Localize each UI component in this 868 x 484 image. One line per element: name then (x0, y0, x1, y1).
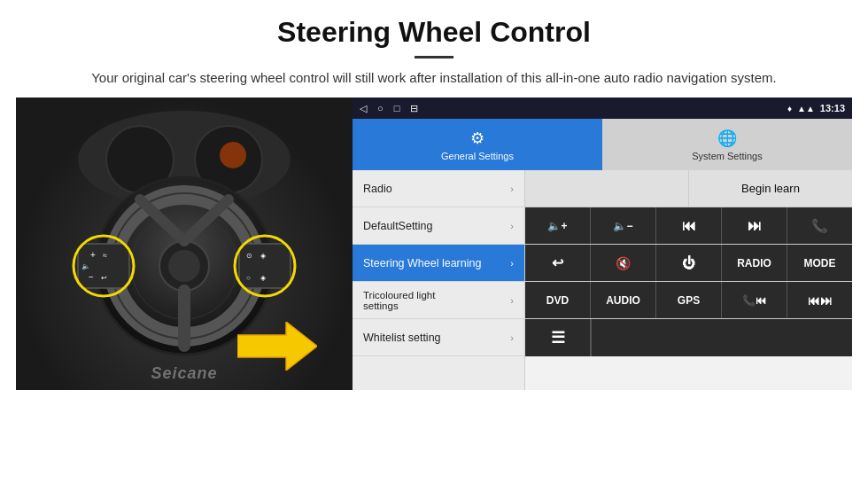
nav-home-icon[interactable]: ○ (377, 103, 384, 113)
page-subtitle: Your original car's steering wheel contr… (89, 67, 779, 89)
general-settings-icon: ⚙ (470, 129, 484, 148)
svg-point-3 (220, 142, 246, 168)
menu-item-default-label: DefaultSetting (363, 220, 433, 232)
vol-up-icon: 🔈+ (547, 220, 567, 232)
return-icon: ↩ (552, 254, 563, 271)
ctrl-power[interactable]: ⏻ (656, 245, 722, 281)
tel-prev-icon: 📞⏮ (742, 294, 766, 307)
svg-text:+: + (90, 250, 96, 260)
controls-grid: 🔈+ 🔈− ⏮ ⏭ 📞 (525, 207, 852, 390)
location-icon: ♦ (787, 104, 792, 113)
svg-text:↩: ↩ (101, 274, 107, 282)
phone-icon: 📞 (811, 218, 828, 234)
steering-wheel-background: + 🔈 − ≈ ↩ ⊙ ◈ ○ ◈ (16, 98, 353, 390)
tab-general-label: General Settings (441, 151, 514, 161)
status-bar: ◁ ○ □ ⊟ ♦ ▲▲ 13:13 (353, 98, 852, 119)
svg-text:−: − (89, 272, 94, 282)
svg-text:◈: ◈ (260, 274, 267, 282)
radio-label: RADIO (737, 257, 771, 269)
svg-text:○: ○ (246, 274, 251, 282)
panel-blank-area (525, 170, 689, 207)
ctrl-tel-prev[interactable]: 📞⏮ (722, 282, 787, 318)
ctrl-vol-up[interactable]: 🔈+ (525, 207, 591, 244)
ctrl-gps[interactable]: GPS (656, 282, 722, 318)
ctrl-radio[interactable]: RADIO (722, 245, 787, 281)
ctrl-mode[interactable]: MODE (787, 245, 852, 281)
page-header: Steering Wheel Control Your original car… (0, 0, 868, 98)
ctrl-row-1: 🔈+ 🔈− ⏮ ⏭ 📞 (525, 207, 852, 245)
nav-back-icon[interactable]: ◁ (360, 103, 367, 114)
watermark: Seicane (151, 364, 217, 383)
ctrl-phone[interactable]: 📞 (787, 207, 852, 244)
prev-next-icon: ⏮⏭ (808, 293, 833, 308)
ctrl-menu[interactable]: ☰ (525, 319, 591, 356)
gps-label: GPS (678, 294, 700, 307)
menu-item-steering-label: Steering Wheel learning (363, 257, 481, 269)
nav-recent-icon[interactable]: □ (394, 103, 400, 113)
menu-item-whitelist[interactable]: Whitelist setting › (353, 319, 524, 356)
right-panel: Begin learn 🔈+ 🔈− (525, 170, 852, 390)
menu-item-tricoloured[interactable]: Tricoloured lightsettings › (353, 282, 524, 319)
ctrl-next-track[interactable]: ⏭ (722, 207, 787, 244)
svg-text:⊙: ⊙ (246, 252, 252, 260)
page-title: Steering Wheel Control (35, 16, 833, 49)
tab-system-label: System Settings (692, 151, 762, 161)
system-settings-icon: 🌐 (717, 129, 737, 148)
audio-label: AUDIO (606, 294, 640, 307)
menu-chevron-whitelist: › (510, 332, 514, 343)
ctrl-row-2: ↩ 🔇 ⏻ RADIO MOD (525, 245, 852, 282)
svg-marker-26 (237, 322, 317, 371)
android-screen: ◁ ○ □ ⊟ ♦ ▲▲ 13:13 ⚙ General Settings (353, 98, 852, 390)
ctrl-return[interactable]: ↩ (525, 245, 591, 281)
menu-item-whitelist-label: Whitelist setting (363, 332, 441, 344)
svg-point-9 (168, 250, 200, 282)
ctrl-audio[interactable]: AUDIO (591, 282, 656, 318)
power-icon: ⏻ (682, 255, 695, 270)
ctrl-row-3: DVD AUDIO GPS 📞⏮ (525, 282, 852, 319)
menu-icon: ☰ (551, 328, 565, 347)
menu-item-steering-wheel[interactable]: Steering Wheel learning › (353, 245, 524, 282)
status-bar-nav: ◁ ○ □ ⊟ (360, 103, 418, 114)
menu-item-default-setting[interactable]: DefaultSetting › (353, 207, 524, 245)
menu-item-radio-label: Radio (363, 183, 392, 195)
menu-chevron-radio: › (510, 183, 514, 194)
mode-label: MODE (804, 257, 836, 269)
dvd-label: DVD (546, 294, 569, 307)
menu-chevron-default: › (510, 221, 514, 231)
title-divider (415, 56, 453, 59)
vol-down-icon: 🔈− (613, 220, 632, 232)
mute-icon: 🔇 (616, 256, 631, 270)
next-track-icon: ⏭ (748, 218, 762, 234)
main-content: + 🔈 − ≈ ↩ ⊙ ◈ ○ ◈ (16, 98, 852, 390)
menu-chevron-tricoloured: › (510, 295, 514, 306)
svg-text:◈: ◈ (260, 252, 267, 260)
begin-learn-button[interactable]: Begin learn (689, 170, 852, 207)
arrow-indicator (237, 322, 317, 371)
wifi-icon: ▲▲ (797, 104, 815, 113)
menu-item-tricoloured-label: Tricoloured lightsettings (363, 290, 435, 311)
svg-text:🔈: 🔈 (81, 262, 90, 270)
svg-text:≈: ≈ (103, 251, 107, 260)
tab-system-settings[interactable]: 🌐 System Settings (602, 119, 852, 170)
menu-panel-area: Radio › DefaultSetting › Steering Wheel … (353, 170, 852, 390)
prev-track-icon: ⏮ (682, 218, 696, 234)
ctrl-prev-next[interactable]: ⏮⏭ (787, 282, 852, 318)
left-menu: Radio › DefaultSetting › Steering Wheel … (353, 170, 525, 390)
status-time: 13:13 (820, 103, 845, 113)
car-image-area: + 🔈 − ≈ ↩ ⊙ ◈ ○ ◈ (16, 98, 353, 390)
panel-top-row: Begin learn (525, 170, 852, 207)
tab-general-settings[interactable]: ⚙ General Settings (353, 119, 602, 170)
menu-chevron-steering: › (510, 258, 514, 269)
ctrl-row-4: ☰ (525, 319, 852, 356)
ctrl-dvd[interactable]: DVD (525, 282, 591, 318)
status-bar-info: ♦ ▲▲ 13:13 (787, 103, 845, 113)
ctrl-mute[interactable]: 🔇 (591, 245, 656, 281)
ctrl-prev-track[interactable]: ⏮ (656, 207, 722, 244)
page-wrapper: Steering Wheel Control Your original car… (0, 0, 868, 390)
nav-menu-icon[interactable]: ⊟ (410, 103, 418, 114)
menu-item-radio[interactable]: Radio › (353, 170, 524, 207)
ctrl-vol-down[interactable]: 🔈− (591, 207, 656, 244)
tab-bar: ⚙ General Settings 🌐 System Settings (353, 119, 852, 170)
